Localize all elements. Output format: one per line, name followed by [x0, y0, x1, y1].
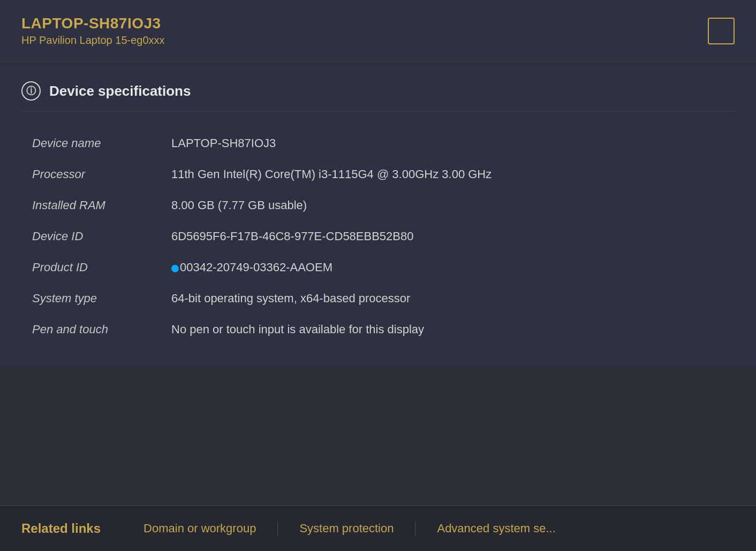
- related-links-label: Related links: [21, 521, 101, 536]
- specs-grid: Device nameLAPTOP-SH87IOJ3Processor11th …: [21, 128, 735, 345]
- spec-value-6: No pen or touch input is available for t…: [161, 314, 735, 345]
- section-title: Device specifications: [49, 83, 191, 100]
- related-link-1[interactable]: System protection: [277, 522, 415, 535]
- related-links-section: Related links Domain or workgroupSystem …: [0, 506, 756, 551]
- spec-value-3: 6D5695F6-F17B-46C8-977E-CD58EBB52B80: [161, 221, 735, 252]
- spec-label-6: Pen and touch: [32, 314, 161, 345]
- device-specs-section: ⓘ Device specifications Device nameLAPTO…: [0, 65, 756, 366]
- related-link-0[interactable]: Domain or workgroup: [122, 522, 277, 535]
- spec-value-4: 00342-20749-03362-AAOEM: [161, 252, 735, 283]
- header: LAPTOP-SH87IOJ3 HP Pavilion Laptop 15-eg…: [0, 0, 756, 62]
- device-name-title: LAPTOP-SH87IOJ3: [21, 15, 165, 32]
- header-button[interactable]: [708, 18, 735, 44]
- spec-label-4: Product ID: [32, 252, 161, 283]
- spec-value-0: LAPTOP-SH87IOJ3: [161, 128, 735, 159]
- device-model-subtitle: HP Pavilion Laptop 15-eg0xxx: [21, 34, 165, 47]
- spec-label-3: Device ID: [32, 221, 161, 252]
- spec-value-2: 8.00 GB (7.77 GB usable): [161, 190, 735, 221]
- header-info: LAPTOP-SH87IOJ3 HP Pavilion Laptop 15-eg…: [21, 15, 165, 47]
- spec-value-5: 64-bit operating system, x64-based proce…: [161, 283, 735, 314]
- related-link-2[interactable]: Advanced system se...: [415, 522, 577, 535]
- section-header: ⓘ Device specifications: [21, 81, 735, 112]
- spec-label-0: Device name: [32, 128, 161, 159]
- spec-label-1: Processor: [32, 159, 161, 190]
- spec-label-2: Installed RAM: [32, 190, 161, 221]
- spec-label-5: System type: [32, 283, 161, 314]
- info-icon: ⓘ: [21, 81, 41, 101]
- cursor-indicator: [171, 265, 179, 272]
- spec-value-1: 11th Gen Intel(R) Core(TM) i3-1115G4 @ 3…: [161, 159, 735, 190]
